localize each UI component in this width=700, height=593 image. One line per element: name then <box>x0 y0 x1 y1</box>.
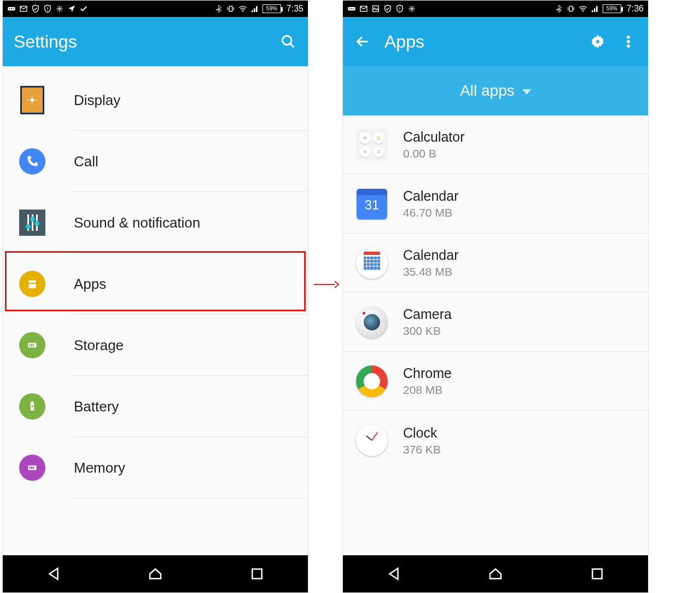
svg-point-52 <box>582 11 584 12</box>
svg-rect-22 <box>29 281 36 283</box>
settings-item-label: Call <box>74 153 98 170</box>
settings-item-apps[interactable]: Apps <box>3 253 308 315</box>
recents-button[interactable] <box>241 566 273 582</box>
home-button[interactable] <box>139 566 172 582</box>
display-icon <box>18 86 46 114</box>
svg-point-15 <box>283 36 291 45</box>
snowflake-icon <box>407 4 416 13</box>
battery-icon: 59% <box>262 4 281 13</box>
shield-check-icon <box>383 4 392 13</box>
calculator-icon: +c×= <box>355 128 389 162</box>
svg-point-3 <box>13 8 14 9</box>
settings-item-sound[interactable]: Sound & notification <box>3 192 308 253</box>
app-row-camera[interactable]: Camera 300 KB <box>343 293 648 352</box>
back-arrow-icon[interactable] <box>354 33 371 50</box>
more-notifications-icon <box>347 4 356 13</box>
svg-rect-25 <box>30 344 31 346</box>
svg-point-39 <box>351 8 352 9</box>
settings-item-display[interactable]: Display <box>3 69 308 131</box>
search-icon[interactable] <box>279 33 297 50</box>
app-bar: Settings <box>3 17 308 66</box>
svg-rect-27 <box>33 344 34 346</box>
settings-item-label: Memory <box>74 460 125 476</box>
recents-button[interactable] <box>581 566 614 582</box>
signal-icon <box>250 4 259 13</box>
wifi-icon <box>579 4 587 13</box>
vibrate-icon <box>567 4 575 13</box>
app-row-chrome[interactable]: Chrome 208 MB <box>343 352 648 411</box>
gmail-icon <box>359 4 368 13</box>
svg-rect-26 <box>31 344 32 346</box>
shield-alert-icon <box>43 4 52 13</box>
status-time: 7:36 <box>627 4 644 14</box>
wifi-icon <box>238 4 247 13</box>
app-row-clock[interactable]: Clock 376 KB <box>343 411 648 470</box>
app-size: 35.48 MB <box>403 265 458 278</box>
chrome-icon <box>355 364 389 398</box>
svg-point-57 <box>627 40 630 43</box>
svg-point-1 <box>9 8 10 9</box>
camera-icon <box>355 305 389 339</box>
svg-point-40 <box>353 8 354 9</box>
check-icon <box>79 4 88 13</box>
navigation-bar <box>3 555 308 592</box>
svg-rect-32 <box>30 467 31 469</box>
app-name: Chrome <box>403 365 452 381</box>
app-name: Clock <box>403 425 441 441</box>
app-size: 208 MB <box>403 383 452 397</box>
phone-icon <box>18 147 46 176</box>
app-bar: Apps <box>343 17 648 66</box>
app-row-google-calendar[interactable]: 31 Calendar 46.70 MB <box>343 175 648 234</box>
settings-item-memory[interactable]: Memory <box>3 437 308 498</box>
bluetooth-icon <box>214 4 223 13</box>
filter-label: All apps <box>460 82 515 100</box>
chevron-down-icon <box>522 89 531 95</box>
svg-rect-59 <box>592 569 602 579</box>
svg-rect-23 <box>29 284 36 288</box>
back-button[interactable] <box>377 566 410 582</box>
snowflake-icon <box>55 4 64 13</box>
google-calendar-icon: 31 <box>355 187 389 221</box>
equalizer-icon <box>18 208 46 237</box>
svg-rect-29 <box>31 401 33 402</box>
battery-settings-icon: + <box>18 392 46 421</box>
settings-item-label: Apps <box>74 276 106 293</box>
svg-text:+: + <box>31 403 34 409</box>
settings-item-battery[interactable]: + Battery <box>3 376 308 437</box>
location-icon <box>67 4 76 13</box>
gmail-icon <box>19 4 28 13</box>
storage-icon <box>18 331 46 359</box>
app-name: Calendar <box>403 188 458 204</box>
settings-item-call[interactable]: Call <box>3 131 308 192</box>
apps-icon <box>18 270 46 298</box>
app-row-calculator[interactable]: +c×= Calculator 0.00 B <box>343 115 648 175</box>
shield-check-icon <box>31 4 40 13</box>
settings-item-label: Storage <box>74 337 124 354</box>
settings-content: Display Call <box>3 66 308 555</box>
clock-icon <box>355 423 389 457</box>
filter-dropdown[interactable]: All apps <box>343 66 648 115</box>
battery-percentage: 59% <box>263 6 281 11</box>
svg-point-55 <box>596 40 600 44</box>
settings-item-label: Display <box>74 92 120 109</box>
app-size: 46.70 MB <box>403 206 458 219</box>
gear-icon[interactable] <box>589 33 606 50</box>
settings-item-storage[interactable]: Storage <box>3 315 308 376</box>
overflow-menu-icon[interactable] <box>620 33 637 50</box>
calendar-icon <box>355 246 389 280</box>
app-name: Calculator <box>403 129 465 145</box>
status-bar: 59% 7:36 <box>343 1 648 17</box>
svg-line-16 <box>290 44 294 48</box>
back-button[interactable] <box>37 566 70 582</box>
status-bar: 59% 7:35 <box>3 1 308 17</box>
app-size: 0.00 B <box>403 147 465 160</box>
apps-content: +c×= Calculator 0.00 B 31 Calendar 46.70… <box>343 115 648 555</box>
app-bar-title: Apps <box>384 32 424 52</box>
app-size: 376 KB <box>403 443 441 456</box>
home-button[interactable] <box>479 566 512 582</box>
settings-item-label: Sound & notification <box>74 214 200 231</box>
phone-settings: 59% 7:35 Settings D <box>2 0 308 593</box>
app-row-calendar[interactable]: Calendar 35.48 MB <box>343 234 648 293</box>
app-name: Camera <box>403 306 452 322</box>
screenshot-icon <box>371 4 380 13</box>
